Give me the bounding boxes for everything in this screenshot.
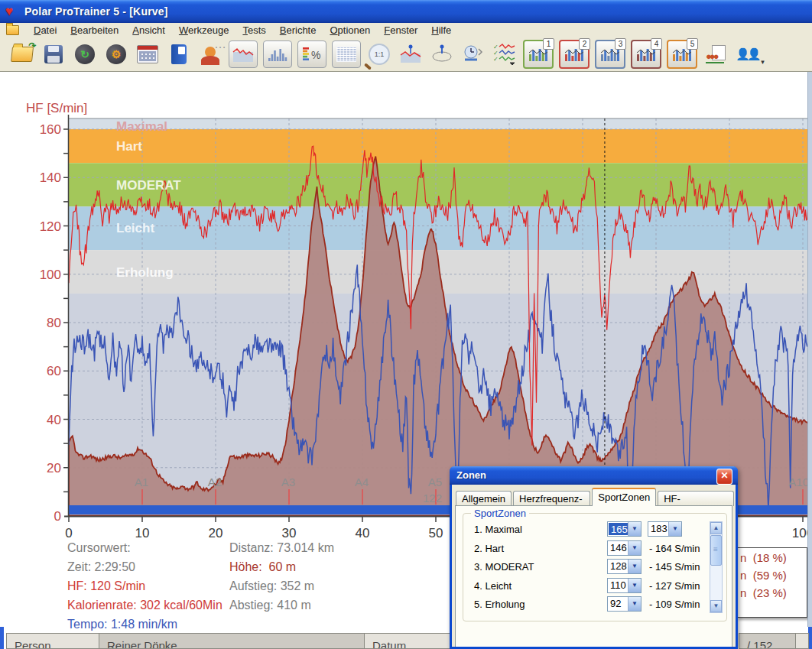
zone-lower-limit-select[interactable]: 128▼ <box>607 559 641 574</box>
table-view-icon[interactable] <box>332 41 361 68</box>
menu-item-fenster[interactable]: Fenster <box>377 24 424 37</box>
bar-chart-view-icon[interactable] <box>263 41 292 68</box>
y-axis-label: 120 <box>40 219 61 234</box>
lap-marker-label: A4 <box>355 475 369 488</box>
zone-row-label: 4. Leicht <box>474 580 512 592</box>
zones-percent-view-icon[interactable]: % <box>297 41 326 68</box>
users-icon[interactable]: 👤👤 <box>734 41 760 67</box>
person-help-icon[interactable] <box>197 41 223 67</box>
dialog-title: Zonen <box>456 469 486 481</box>
table-header-cell[interactable]: Datum <box>364 633 450 649</box>
select-curves-icon[interactable]: ✓✓✓ <box>492 41 518 67</box>
lap-marker-label: A10 <box>788 475 809 488</box>
watch-settings-icon[interactable]: ⚙ <box>103 41 129 67</box>
chevron-down-icon[interactable]: ▼ <box>628 522 641 536</box>
table-header-cell[interactable] <box>795 633 809 649</box>
calendar-icon[interactable] <box>135 41 161 67</box>
zone-label-erholung: Erholung <box>116 265 174 280</box>
tab-sportzonen[interactable]: SportZonen <box>592 488 656 506</box>
y-axis-label: 80 <box>47 316 61 330</box>
chevron-down-icon[interactable]: ▼ <box>628 541 641 555</box>
zoom-1to1-icon[interactable]: 1:1 <box>366 41 392 67</box>
menu-item-bearbeiten[interactable]: Bearbeiten <box>63 24 125 37</box>
preset-2-button[interactable]: 2 <box>559 40 590 69</box>
zones-scrollbar[interactable]: ▲ ▼ <box>710 521 723 613</box>
zone-lower-limit-select[interactable]: 146▼ <box>607 540 641 556</box>
window-border-right <box>807 72 812 627</box>
zone-summary-box: n (18 %)n (59 %)n (23 %) <box>736 547 807 618</box>
chevron-down-icon[interactable]: ▼ <box>628 560 641 573</box>
cursor-info-row: Höhe: 60 m <box>229 560 296 574</box>
y-axis-label: 20 <box>47 461 61 475</box>
toolbar: ↻⚙%1:1✓✓✓12345●●●👤👤 <box>0 37 812 72</box>
zone-label-leicht: Leicht <box>116 221 154 235</box>
preset-5-button[interactable]: 5 <box>667 40 697 69</box>
zone-range-text: - 127 S/min <box>649 580 700 592</box>
zone-summary-row: n (59 %) <box>737 566 807 583</box>
zone-upper-limit-select[interactable]: 183▼ <box>648 521 682 537</box>
combo-value: 128 <box>608 560 628 573</box>
zone-lower-limit-select[interactable]: 92▼ <box>607 596 641 612</box>
diary-icon[interactable] <box>166 41 192 67</box>
tab-allgemein[interactable]: Allgemein <box>456 491 512 506</box>
curve-view-icon[interactable] <box>229 41 258 68</box>
y-axis-label: 0 <box>54 509 61 524</box>
transfer-watch-icon[interactable]: ↻ <box>72 41 98 67</box>
sportzonen-tab-panel: SportZonen 1. Maximal165▼183▼2. Hart146▼… <box>455 505 732 647</box>
lap-info-icon[interactable] <box>429 41 455 67</box>
preset-4-button[interactable]: 4 <box>631 40 661 69</box>
lap-marker-sublabel: 122 <box>423 492 442 505</box>
dialog-title-bar[interactable]: Zonen <box>450 466 738 485</box>
menu-item-berichte[interactable]: Berichte <box>273 24 323 37</box>
open-file-icon[interactable] <box>9 41 35 67</box>
chevron-down-icon[interactable]: ▼ <box>628 579 641 592</box>
menu-item-datei[interactable]: Datei <box>27 24 63 37</box>
report-icon[interactable]: ●●● <box>703 41 729 67</box>
x-axis-label: 30 <box>282 526 297 540</box>
scrollbar-thumb[interactable] <box>710 535 722 566</box>
title-bar: ♥ Polar ProTrainer 5 - [Kurve] <box>0 0 812 23</box>
menu-item-ansicht[interactable]: Ansicht <box>125 24 172 37</box>
menu-item-optionen[interactable]: Optionen <box>323 24 377 37</box>
menu-item-tests[interactable]: Tests <box>235 24 272 37</box>
scroll-up-icon[interactable]: ▲ <box>710 522 722 534</box>
preset-number-badge: 4 <box>651 38 662 50</box>
y-axis-label: 100 <box>40 268 61 282</box>
zone-lower-limit-select[interactable]: 110▼ <box>607 578 641 593</box>
scroll-down-icon[interactable]: ▼ <box>710 600 722 612</box>
preset-3-button[interactable]: 3 <box>595 40 625 69</box>
document-folder-icon[interactable] <box>6 25 19 35</box>
save-icon[interactable] <box>41 41 67 67</box>
zone-lower-limit-select[interactable]: 165▼ <box>607 521 641 537</box>
groupbox-label: SportZonen <box>471 508 529 519</box>
tab-hf-zonenwechsel[interactable]: HF-Zonenwechsel <box>658 491 734 506</box>
combo-value: 110 <box>608 579 628 592</box>
chevron-down-icon[interactable]: ▼ <box>628 597 641 611</box>
menu-item-hilfe[interactable]: Hilfe <box>424 24 458 37</box>
app-heart-icon: ♥ <box>5 5 19 18</box>
preset-1-button[interactable]: 1 <box>523 40 554 69</box>
close-icon[interactable]: ✕ <box>716 469 732 485</box>
table-header-cell[interactable]: Reiner Döpke <box>99 633 365 649</box>
zone-summary-row: n (23 %) <box>737 583 807 601</box>
zone-row-label: 2. Hart <box>474 543 504 554</box>
cursor-info-row: Abstieg: 410 m <box>229 599 311 612</box>
menu-item-werkzeuge[interactable]: Werkzeuge <box>172 24 236 37</box>
tab-herzfrequenz-zonen[interactable]: Herzfrequenz-Zonen <box>513 491 590 506</box>
zone-range-text: - 109 S/min <box>649 599 700 610</box>
cursor-info-row: Distanz: 73.014 km <box>229 541 334 555</box>
zone-label-moderat: MODERAT <box>116 178 181 193</box>
x-axis-label: 50 <box>429 526 443 540</box>
person-glyph <box>205 47 216 57</box>
x-axis-label: 40 <box>356 526 370 540</box>
floppy-glyph <box>44 45 63 63</box>
preset-number-badge: 2 <box>579 38 590 50</box>
table-header-cell[interactable]: / 152 <box>739 633 796 649</box>
zone-band-hart <box>69 129 812 163</box>
chevron-down-icon[interactable]: ▼ <box>668 522 681 536</box>
combo-value: 92 <box>608 597 628 611</box>
time-range-icon[interactable] <box>460 41 486 67</box>
table-header-cell[interactable]: Person <box>6 633 99 649</box>
cursor-info-icon[interactable] <box>398 41 424 67</box>
book-glyph <box>171 44 187 64</box>
